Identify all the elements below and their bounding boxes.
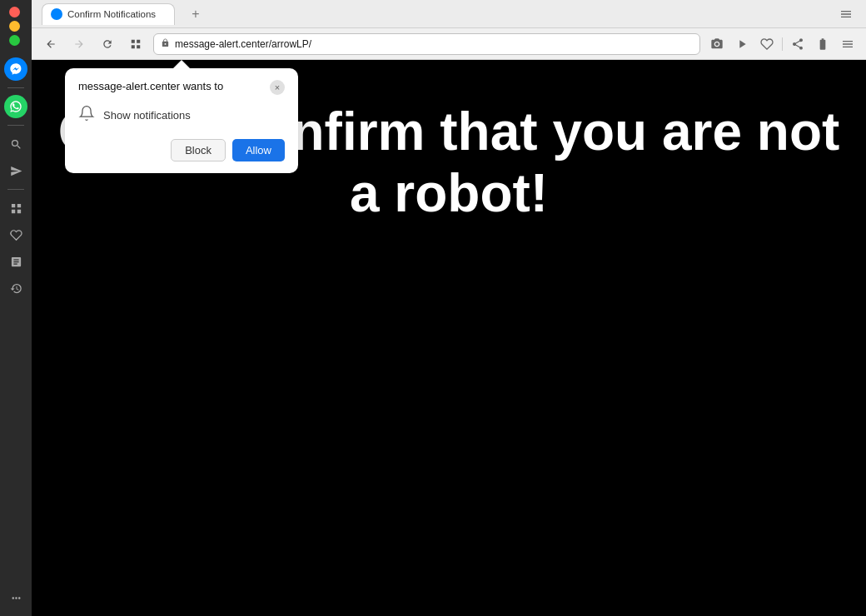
- popup-header: message-alert.center wants to ×: [78, 80, 285, 95]
- lock-icon: [161, 38, 170, 49]
- address-path: /arrowLP/: [269, 38, 311, 50]
- tab-favicon: [51, 8, 62, 20]
- dock-icon-notes[interactable]: [4, 250, 27, 273]
- browser: Confirm Notifications +: [32, 0, 866, 616]
- play-icon[interactable]: [732, 34, 752, 54]
- allow-button[interactable]: Allow: [232, 139, 285, 161]
- window-controls: [9, 7, 20, 17]
- battery-icon: [813, 34, 833, 54]
- window-controls-3: [9, 35, 20, 46]
- back-button[interactable]: [40, 33, 62, 55]
- grid-view-button[interactable]: [125, 33, 147, 55]
- os-window: Confirm Notifications +: [0, 0, 866, 616]
- tab-title: Confirm Notifications: [67, 9, 166, 19]
- page-content: OW to confirm that you are not a robot! …: [32, 60, 866, 616]
- popup-close-button[interactable]: ×: [270, 80, 285, 95]
- minimize-window-button[interactable]: [9, 21, 20, 32]
- nav-divider: [782, 37, 783, 51]
- dock-icon-whatsapp[interactable]: [4, 95, 27, 118]
- popup-permission: Show notifications: [78, 105, 285, 126]
- dock-icon-more[interactable]: [4, 586, 27, 609]
- address-text: message-alert.center/arrowLP/: [175, 38, 693, 50]
- close-window-button[interactable]: [9, 7, 20, 17]
- popup-actions: Block Allow: [78, 139, 285, 161]
- dock-divider-2: [7, 125, 24, 126]
- forward-button[interactable]: [68, 33, 90, 55]
- dock-icon-messenger[interactable]: [4, 57, 27, 81]
- dock-divider-1: [7, 87, 24, 88]
- dock-icon-send[interactable]: [4, 159, 27, 182]
- dock-icon-search[interactable]: [4, 132, 27, 156]
- address-domain: message-alert.center: [175, 38, 269, 50]
- notification-popup: message-alert.center wants to × Show not…: [65, 68, 298, 173]
- share-icon[interactable]: [788, 34, 808, 54]
- reload-button[interactable]: [97, 33, 118, 55]
- popup-arrow: [173, 60, 190, 68]
- permission-label: Show notifications: [103, 109, 191, 122]
- block-button[interactable]: Block: [171, 139, 226, 161]
- nav-right-icons: [707, 34, 858, 54]
- dock-icon-heart[interactable]: [4, 223, 27, 246]
- maximize-window-button[interactable]: [9, 35, 20, 46]
- popup-title: message-alert.center wants to: [78, 80, 270, 92]
- notification-bell-icon: [78, 105, 95, 126]
- window-controls-2: [9, 21, 20, 32]
- camera-icon[interactable]: [707, 34, 727, 54]
- window-menu-icon[interactable]: [836, 4, 856, 24]
- dock-icon-history[interactable]: [4, 276, 27, 300]
- dock: [0, 0, 32, 616]
- browser-menu-icon[interactable]: [838, 34, 858, 54]
- address-bar[interactable]: message-alert.center/arrowLP/: [153, 33, 700, 55]
- dock-icon-grid[interactable]: [4, 196, 27, 220]
- title-bar: Confirm Notifications +: [32, 0, 866, 28]
- new-tab-button[interactable]: +: [185, 3, 207, 25]
- favorites-icon[interactable]: [757, 34, 777, 54]
- nav-bar: message-alert.center/arrowLP/: [32, 28, 866, 60]
- dock-divider-3: [7, 189, 24, 190]
- browser-tab[interactable]: Confirm Notifications: [42, 3, 175, 25]
